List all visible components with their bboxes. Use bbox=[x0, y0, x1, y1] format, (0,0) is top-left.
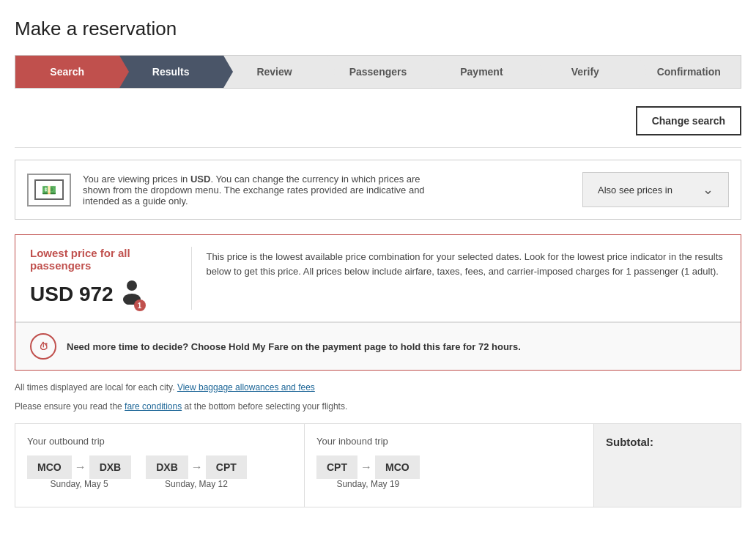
route-segment-0: CPT→MCOSunday, May 19 bbox=[316, 455, 420, 489]
outbound-trip-label: Your outbound trip bbox=[27, 436, 292, 447]
page-container: Make a reservation SearchResultsReviewPa… bbox=[0, 0, 756, 525]
outbound-route-1: MCO→DXBSunday, May 5DXB→CPTSunday, May 1… bbox=[27, 455, 292, 489]
info-times: All times displayed are local for each c… bbox=[15, 382, 741, 393]
lowest-price-wrapper: Lowest price for all passengers USD 972 … bbox=[15, 234, 741, 371]
lowest-price-left: Lowest price for all passengers USD 972 … bbox=[30, 247, 177, 310]
airport-from: MCO bbox=[27, 455, 72, 479]
action-bar: Change search bbox=[15, 106, 741, 148]
step-verify[interactable]: Verify bbox=[533, 56, 637, 88]
currency-notice: 💵 You are viewing prices in USD. You can… bbox=[15, 160, 741, 220]
route-arrow-icon: → bbox=[72, 461, 89, 474]
price-value: USD 972 bbox=[30, 283, 114, 306]
airport-row: CPT→MCO bbox=[316, 455, 420, 479]
airport-from-code: DXB bbox=[156, 461, 178, 473]
hold-fare-icon: ⏱ bbox=[30, 333, 56, 360]
airport-to: DXB bbox=[89, 455, 132, 479]
svg-point-0 bbox=[127, 280, 137, 291]
route-date: Sunday, May 5 bbox=[51, 479, 108, 489]
route-arrow-icon: → bbox=[188, 461, 206, 474]
airport-row: MCO→DXB bbox=[27, 455, 131, 479]
inbound-route-1: CPT→MCOSunday, May 19 bbox=[316, 455, 582, 489]
airport-to-code: DXB bbox=[100, 461, 122, 473]
step-search[interactable]: Search bbox=[15, 56, 119, 88]
lowest-price-top: Lowest price for all passengers USD 972 … bbox=[15, 235, 741, 322]
lowest-price-label: Lowest price for all passengers bbox=[30, 247, 177, 272]
currency-text-part1: You are viewing prices in bbox=[83, 174, 190, 185]
inbound-trip-section: Your inbound trip CPT→MCOSunday, May 19 bbox=[305, 424, 594, 507]
step-passengers[interactable]: Passengers bbox=[326, 56, 429, 88]
inbound-trip-label: Your inbound trip bbox=[316, 436, 582, 447]
lowest-price-amount: USD 972 1 bbox=[30, 279, 177, 310]
lowest-price-description: This price is the lowest available price… bbox=[207, 247, 727, 278]
step-review[interactable]: Review bbox=[223, 56, 326, 88]
fare-conditions-link[interactable]: fare conditions bbox=[125, 401, 182, 412]
price-divider bbox=[191, 247, 192, 310]
airport-to-code: CPT bbox=[216, 461, 237, 473]
airport-from: DXB bbox=[146, 455, 188, 479]
step-payment[interactable]: Payment bbox=[430, 56, 533, 88]
fare-note: Please ensure you read the bbox=[15, 401, 125, 412]
currency-dropdown[interactable]: Also see prices in ⌄ bbox=[582, 172, 729, 207]
airport-from-code: MCO bbox=[37, 461, 62, 473]
step-results[interactable]: Results bbox=[119, 56, 222, 88]
progress-steps: SearchResultsReviewPassengersPaymentVeri… bbox=[15, 55, 741, 89]
info-fare: Please ensure you read the fare conditio… bbox=[15, 401, 741, 412]
currency-icon: 💵 bbox=[27, 174, 71, 207]
currency-code: USD bbox=[190, 174, 210, 185]
route-date: Sunday, May 19 bbox=[336, 479, 399, 489]
airport-to: MCO bbox=[375, 455, 420, 479]
route-segment-0: MCO→DXBSunday, May 5 bbox=[27, 455, 131, 489]
fare-note2: at the bottom before selecting your flig… bbox=[182, 401, 347, 412]
baggage-link[interactable]: View baggage allowances and fees bbox=[177, 382, 315, 393]
page-title: Make a reservation bbox=[15, 18, 741, 40]
hold-fare-text: Need more time to decide? Choose Hold My… bbox=[67, 341, 521, 352]
trips-container: Your outbound trip MCO→DXBSunday, May 5D… bbox=[15, 423, 741, 507]
subtotal-section: Subtotal: bbox=[594, 424, 741, 507]
currency-left: 💵 You are viewing prices in USD. You can… bbox=[27, 174, 434, 207]
airport-to: CPT bbox=[206, 455, 247, 479]
airport-to-code: MCO bbox=[385, 461, 410, 473]
hold-fare-icon-label: ⏱ bbox=[39, 341, 48, 352]
currency-text: You are viewing prices in USD. You can c… bbox=[83, 174, 434, 207]
change-search-button[interactable]: Change search bbox=[636, 106, 741, 135]
route-date: Sunday, May 12 bbox=[165, 479, 228, 489]
route-segment-1: DXB→CPTSunday, May 12 bbox=[146, 455, 247, 489]
subtotal-label: Subtotal: bbox=[606, 436, 653, 448]
passenger-badge: 1 bbox=[134, 300, 146, 311]
airport-row: DXB→CPT bbox=[146, 455, 247, 479]
money-icon: 💵 bbox=[42, 183, 56, 197]
airport-from-code: CPT bbox=[327, 461, 347, 473]
hold-fare-notice: ⏱ Need more time to decide? Choose Hold … bbox=[15, 322, 741, 370]
step-confirmation[interactable]: Confirmation bbox=[637, 56, 741, 88]
outbound-trip-section: Your outbound trip MCO→DXBSunday, May 5D… bbox=[15, 424, 305, 507]
currency-dropdown-label: Also see prices in bbox=[598, 185, 672, 196]
airport-from: CPT bbox=[316, 455, 357, 479]
times-note: All times displayed are local for each c… bbox=[15, 382, 175, 393]
chevron-down-icon: ⌄ bbox=[703, 182, 714, 198]
passenger-icon: 1 bbox=[121, 279, 143, 310]
route-arrow-icon: → bbox=[357, 461, 375, 474]
